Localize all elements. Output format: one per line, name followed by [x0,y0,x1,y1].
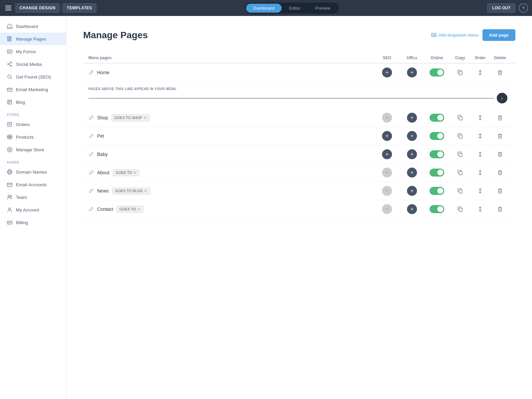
seo-minus-button[interactable]: − [382,168,392,178]
page-name: Home [97,70,109,75]
menu-line-label: PAGES ABOVE THIS LINE APPEAR IN YOUR MEN… [88,87,510,91]
sidebar-item-blog[interactable]: Blog [0,96,66,108]
top-nav: CHANGE DESIGN TEMPLATES Dashboard Editor… [0,0,532,16]
reorder-button[interactable] [476,150,484,158]
goes-to-badge[interactable]: GOES TO BLOG ✕ [112,188,150,195]
add-url-button[interactable]: + [407,149,417,159]
delete-page-button[interactable] [496,205,504,213]
sidebar-item-manage-pages[interactable]: Manage Pages [0,33,66,45]
sidebar-item-products[interactable]: Products [0,131,66,143]
online-toggle[interactable] [430,68,444,76]
sidebar-item-manage-store[interactable]: Manage Store [0,143,66,156]
copy-page-button[interactable] [456,187,464,195]
seo-minus-button[interactable]: − [382,204,392,214]
add-seo-button[interactable]: + [382,67,392,77]
delete-page-button[interactable] [496,114,504,122]
table-row: Pet + + [83,127,515,145]
copy-page-button[interactable] [456,114,464,122]
svg-rect-2 [5,10,11,10]
sidebar-item-email-accounts[interactable]: Email Accounts [0,178,66,191]
add-dropdown-button[interactable]: Add dropdown menu [431,33,478,38]
edit-page-button[interactable] [88,70,94,75]
reorder-button[interactable] [476,169,484,177]
sidebar-item-domain-names[interactable]: Domain Names [0,166,66,178]
edit-page-button[interactable] [88,152,94,157]
add-seo-button[interactable]: + [382,149,392,159]
nav-pill-preview[interactable]: Preview [308,4,337,13]
goes-to-label: GOES TO [116,171,132,175]
table-row: News GOES TO BLOG ✕ − + [83,182,515,200]
copy-page-button[interactable] [456,132,464,140]
copy-page-button[interactable] [456,205,464,213]
goes-to-badge[interactable]: GOES TO ✕ [113,169,140,176]
svg-rect-7 [7,50,12,53]
remove-badge-button[interactable]: ✕ [137,207,140,211]
online-toggle[interactable] [430,187,444,195]
menu-line-icon[interactable]: ↕ [497,93,507,103]
add-url-button[interactable]: + [407,67,417,77]
delete-page-button[interactable] [496,169,504,177]
edit-page-button[interactable] [88,170,94,175]
products-icon [7,134,13,140]
edit-page-button[interactable] [88,188,94,194]
delete-page-button[interactable] [496,68,504,76]
urls-cell: + [400,67,424,77]
change-design-button[interactable]: CHANGE DESIGN [15,3,60,13]
online-toggle[interactable] [430,169,444,177]
reorder-button[interactable] [476,205,484,213]
reorder-button[interactable] [476,132,484,140]
hamburger-button[interactable] [4,4,13,12]
seo-minus-button[interactable]: − [382,186,392,196]
copy-page-button[interactable] [456,68,464,76]
add-url-button[interactable]: + [407,131,417,141]
goes-to-badge[interactable]: GOES TO SHOP ✕ [111,114,150,121]
nav-pill-dashboard[interactable]: Dashboard [246,4,282,13]
svg-rect-40 [432,33,436,37]
online-toggle[interactable] [430,150,444,158]
sidebar-item-social-media[interactable]: Social Media [0,58,66,70]
add-url-button[interactable]: + [407,168,417,178]
svg-rect-43 [459,71,462,75]
add-url-button[interactable]: + [407,204,417,214]
online-toggle[interactable] [430,114,444,122]
delete-page-button[interactable] [496,150,504,158]
help-button[interactable]: ? [519,3,528,13]
nav-pill-editor[interactable]: Editor [282,4,308,13]
reorder-button[interactable] [476,68,484,76]
sidebar-item-orders[interactable]: Orders [0,118,66,131]
add-url-button[interactable]: + [407,186,417,196]
seo-minus-button[interactable]: − [382,113,392,123]
edit-page-button[interactable] [88,115,94,120]
sidebar-label-blog: Blog [16,100,25,105]
copy-page-button[interactable] [456,150,464,158]
add-seo-button[interactable]: + [382,131,392,141]
templates-button[interactable]: TEMPLATES [63,3,96,13]
delete-page-button[interactable] [496,187,504,195]
sidebar-label-my-forms: My Forms [16,49,36,54]
edit-page-button[interactable] [88,133,94,139]
logout-button[interactable]: LOG OUT [487,3,515,13]
add-url-button[interactable]: + [407,113,417,123]
reorder-button[interactable] [476,187,484,195]
sidebar-item-my-forms[interactable]: My Forms [0,45,66,58]
remove-badge-button[interactable]: ✕ [144,116,147,120]
copy-page-button[interactable] [456,169,464,177]
reorder-button[interactable] [476,114,484,122]
remove-badge-button[interactable]: ✕ [144,189,147,193]
urls-cell: + [400,204,424,214]
sidebar-item-billing[interactable]: Billing [0,216,66,229]
svg-rect-51 [459,135,462,138]
goes-to-badge[interactable]: GOES TO ✕ [116,206,143,213]
online-toggle[interactable] [430,205,444,213]
add-page-button[interactable]: Add page [482,29,515,41]
online-toggle[interactable] [430,132,444,140]
sidebar-item-team[interactable]: Team [0,191,66,203]
remove-badge-button[interactable]: ✕ [133,171,136,175]
sidebar-item-my-account[interactable]: My Account [0,203,66,216]
delete-page-button[interactable] [496,132,504,140]
sidebar-item-email-marketing[interactable]: Email Marketing [0,83,66,96]
svg-point-11 [8,64,9,65]
sidebar-item-seo[interactable]: Get Found (SEO) [0,70,66,83]
edit-page-button[interactable] [88,206,94,212]
sidebar-item-dashboard[interactable]: Dashboard [0,20,66,33]
